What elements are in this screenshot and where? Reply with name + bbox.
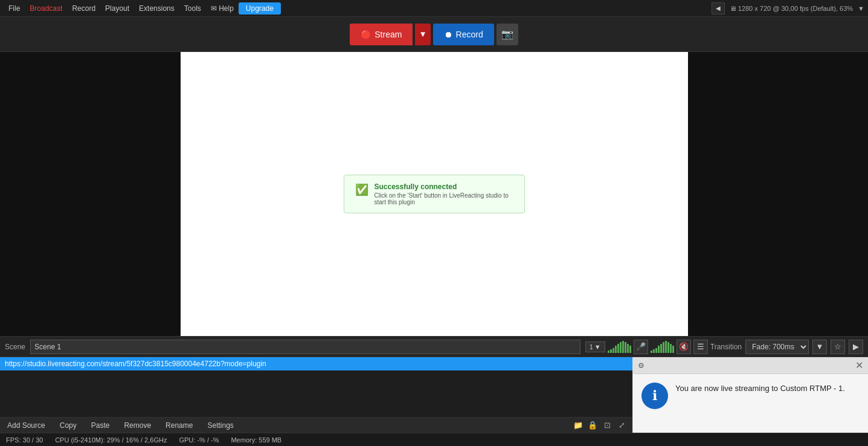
collapse-icon[interactable]: ◀ [712, 2, 725, 15]
transition-chevron[interactable]: ▼ [812, 340, 827, 354]
record-button[interactable]: ⏺ Record [433, 24, 494, 45]
success-text: Successfully connected Click on the 'Sta… [375, 183, 513, 205]
check-icon: ✅ [355, 183, 368, 196]
settings-button[interactable]: Settings [205, 420, 236, 431]
rename-button[interactable]: Rename [163, 420, 195, 431]
sources-column: https://studio.livereacting.com/stream/5… [0, 357, 632, 433]
lock-icon[interactable]: 🔒 [587, 419, 599, 431]
vol-bar [620, 342, 622, 353]
vol-bar [672, 346, 674, 353]
vol-bar [629, 346, 631, 353]
transition-arrow[interactable]: ▶ [849, 340, 863, 354]
mixer-icon[interactable]: ☰ [693, 340, 708, 354]
toolbar: 🔴 Stream ▼ ⏺ Record 📷 [0, 17, 868, 52]
expand-icon: ▼ [858, 5, 864, 12]
bottom-toolbar: Add Source Copy Paste Remove Rename Sett… [0, 417, 632, 433]
speaker-icon[interactable]: 🔇 [677, 340, 691, 354]
notification-message: You are now live streaming to Custom RTM… [675, 383, 845, 395]
vol-bar [660, 344, 662, 353]
menu-right-info: ◀ 🖥 1280 x 720 @ 30,00 fps (Default), 63… [712, 2, 864, 15]
preview-panel: ✅ Successfully connected Click on the 'S… [0, 52, 868, 336]
fullscreen-icon[interactable]: ⤢ [616, 419, 628, 431]
screenshot-button[interactable]: 📷 [497, 24, 518, 45]
preview-canvas: ✅ Successfully connected Click on the 'S… [181, 52, 688, 336]
sources-list: https://studio.livereacting.com/stream/5… [0, 357, 632, 417]
success-title: Successfully connected [375, 183, 513, 191]
notification-panel: ⚙ ✕ ℹ You are now live streaming to Cust… [632, 357, 868, 433]
vol-bar [655, 348, 657, 353]
vol-bar [670, 344, 672, 353]
sources-area: https://studio.livereacting.com/stream/5… [0, 357, 868, 433]
scene-controls: 1 ▼ 🎤 [585, 340, 863, 354]
mic-icon[interactable]: 🎤 [634, 340, 648, 354]
stream-button[interactable]: 🔴 Stream [350, 24, 413, 45]
vol-bar [622, 341, 624, 353]
vol-bar [651, 351, 652, 353]
cpu-status: CPU (i5-2410M): 29% / 16% / 2,6GHz [55, 436, 167, 444]
transition-star[interactable]: ☆ [831, 340, 845, 354]
bottom-icons: 📁 🔒 ⊡ ⤢ [572, 419, 628, 431]
main-area: ✅ Successfully connected Click on the 'S… [0, 52, 868, 336]
record-icon: ⏺ [444, 30, 452, 39]
bottom-panel: Scene 1 ▼ 🎤 [0, 336, 868, 433]
menu-playout[interactable]: Playout [100, 2, 134, 15]
chevron-down-icon: ▼ [594, 343, 601, 351]
source-item[interactable]: https://studio.livereacting.com/stream/5… [0, 357, 632, 370]
fps-status: FPS: 30 / 30 [6, 436, 43, 444]
memory-status: Memory: 559 MB [231, 436, 281, 444]
stream-icon: 🔴 [361, 30, 371, 39]
vol-bar [653, 349, 655, 353]
menu-help[interactable]: ✉ Help [206, 2, 239, 15]
notification-header: ⚙ ✕ [633, 357, 868, 374]
vol-bar [615, 346, 617, 353]
fit-icon[interactable]: ⊡ [601, 419, 613, 431]
remove-button[interactable]: Remove [121, 420, 153, 431]
success-notification: ✅ Successfully connected Click on the 'S… [344, 175, 525, 213]
success-subtitle: Click on the 'Start' button in LiveReact… [375, 192, 513, 205]
vol-bar [663, 342, 664, 353]
scene-bar: Scene 1 ▼ 🎤 [0, 337, 868, 357]
vol-bar [667, 342, 669, 353]
vol-bar [625, 342, 626, 353]
folder-icon[interactable]: 📁 [572, 419, 584, 431]
gpu-status: GPU: -% / -% [179, 436, 219, 444]
stream-dropdown-button[interactable]: ▼ [415, 24, 430, 45]
vol-bar [610, 349, 612, 353]
transition-section: Transition Fade: 700ms ▼ ☆ ▶ [710, 340, 863, 354]
num-badge: 1 ▼ [585, 341, 605, 352]
vol-bar [608, 351, 609, 353]
menu-broadcast[interactable]: Broadcast [25, 2, 67, 15]
menu-file[interactable]: File [4, 2, 25, 15]
transition-select[interactable]: Fade: 700ms [745, 340, 809, 354]
transition-label: Transition [710, 343, 742, 351]
info-icon: ℹ [641, 383, 668, 409]
menu-upgrade[interactable]: Upgrade [239, 2, 281, 15]
scene-label: Scene [5, 343, 25, 351]
resolution-info: 🖥 1280 x 720 @ 30,00 fps (Default), 63% [730, 5, 853, 12]
menu-bar: File Broadcast Record Playout Extensions… [0, 0, 868, 17]
vol-bar [612, 348, 614, 353]
notif-header-icons: ⚙ [638, 361, 645, 370]
vol-bar [617, 344, 619, 353]
vol-bar [627, 344, 629, 353]
notif-settings-icon[interactable]: ⚙ [638, 361, 645, 370]
notification-content: ℹ You are now live streaming to Custom R… [633, 374, 868, 433]
status-bar: FPS: 30 / 30 CPU (i5-2410M): 29% / 16% /… [0, 433, 868, 446]
notif-close-button[interactable]: ✕ [855, 360, 863, 371]
vol-bars-left [608, 341, 631, 353]
scene-name-input[interactable] [30, 340, 580, 354]
menu-extensions[interactable]: Extensions [134, 2, 179, 15]
copy-button[interactable]: Copy [57, 420, 79, 431]
vol-bars-right [651, 341, 674, 353]
vol-bar [665, 341, 667, 353]
vol-bar [658, 346, 660, 353]
add-source-button[interactable]: Add Source [5, 420, 48, 431]
menu-record[interactable]: Record [67, 2, 100, 15]
paste-button[interactable]: Paste [89, 420, 112, 431]
menu-tools[interactable]: Tools [179, 2, 206, 15]
